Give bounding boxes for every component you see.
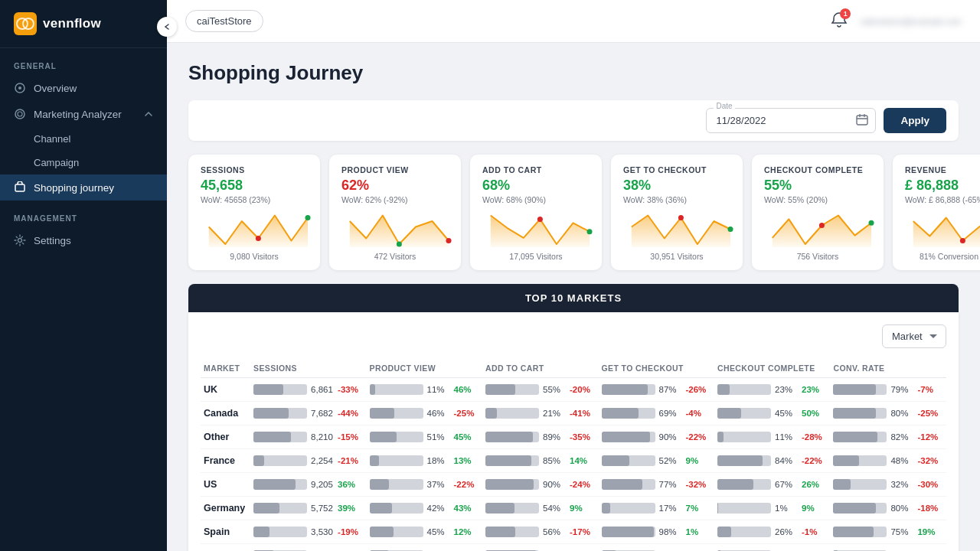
sidebar-logo: vennflow (0, 0, 167, 48)
metric-visitors-revenue: 81% Conversion Rate (905, 252, 980, 261)
table-cell: 11% 46% (367, 378, 482, 402)
table-header-checkout-complete: CHECKOUT COMPLETE (714, 359, 830, 378)
table-cell: 75% 19% (830, 520, 946, 544)
sidebar-item-shopping-journey[interactable]: Shopping journey (0, 174, 167, 201)
table-cell: 77% -32% (599, 473, 714, 497)
notification-button[interactable]: 1 (831, 11, 848, 31)
table-cell: 87% -26% (599, 378, 714, 402)
table-header-get-to-checkout: GET TO CHECKOUT (599, 359, 714, 378)
metric-chart-get-to-checkout (623, 209, 730, 247)
general-section-label: GENERAL (0, 48, 167, 75)
date-label: Date (714, 102, 734, 110)
metric-title-revenue: REVENUE (905, 165, 980, 174)
table-cell: 48% -32% (830, 449, 946, 473)
svg-point-11 (305, 215, 311, 220)
table-cell: 9,205 36% (250, 473, 366, 497)
table-cell: 37% -22% (367, 473, 482, 497)
svg-point-16 (678, 215, 684, 220)
table-cell: 56% -17% (482, 520, 598, 544)
metric-wow-sessions: WoW: 45658 (23%) (201, 195, 308, 204)
market-name-cell: US (201, 473, 250, 497)
markets-table: MARKETSESSIONSPRODUCT VIEWADD TO CARTGET… (201, 359, 946, 551)
settings-icon (14, 234, 26, 246)
svg-rect-7 (15, 184, 24, 191)
table-cell: 45% 50% (714, 402, 830, 425)
main-content: caiTestStore 1 caiteststore@example.com … (167, 0, 980, 551)
market-name-cell: Germany (201, 497, 250, 520)
table-cell: 80% -18% (830, 497, 946, 520)
metric-chart-add-to-cart (482, 209, 590, 247)
sidebar-item-channel[interactable]: Channel (0, 127, 167, 151)
metric-wow-product-view: WoW: 62% (-92%) (341, 195, 449, 204)
table-cell: 84% -22% (714, 449, 830, 473)
market-name-cell: UK (201, 378, 250, 402)
app-name: vennflow (43, 16, 101, 31)
table-cell: 98% 1% (599, 520, 714, 544)
svg-rect-9 (857, 116, 867, 125)
markets-body: Market MARKETSESSIONSPRODUCT VIEWADD TO … (188, 312, 959, 551)
overview-label: Overview (34, 83, 77, 94)
table-row: Spain 3,530 -19% 45% 12% (201, 520, 946, 544)
top-markets-section: TOP 10 MARKETS Market MARKETSESSIONSPROD… (188, 284, 959, 551)
metric-visitors-product-view: 472 Visitors (341, 252, 449, 261)
svg-point-8 (18, 239, 22, 243)
metric-title-checkout-complete: CHECKOUT COMPLETE (764, 165, 871, 174)
table-cell: 90% -24% (482, 473, 598, 497)
svg-point-17 (728, 227, 733, 232)
table-cell: 90% -22% (599, 425, 714, 449)
table-cell: 52% 9% (599, 449, 714, 473)
table-header-conv.-rate: CONV. RATE (830, 359, 946, 378)
topbar-right: 1 caiteststore@example.com (831, 11, 962, 31)
market-name-cell: Other (201, 425, 250, 449)
table-row: UK 6,861 -33% 11% 46% (201, 378, 946, 402)
table-cell: 7,682 -44% (250, 402, 366, 425)
table-cell: 42% 43% (367, 497, 482, 520)
table-cell: 8,210 -15% (250, 425, 366, 449)
apply-button[interactable]: Apply (884, 108, 946, 133)
table-cell: 10% -16% (830, 544, 946, 552)
date-input[interactable] (706, 108, 876, 133)
table-cell: 96% -49% (482, 544, 598, 552)
table-header-market: MARKET (201, 359, 250, 378)
metric-value-sessions: 45,658 (201, 178, 308, 194)
metric-chart-product-view (341, 209, 449, 247)
svg-point-10 (256, 236, 261, 241)
market-name-cell: Canada (201, 402, 250, 425)
table-cell: 7% 5% (714, 544, 830, 552)
management-section-label: MANAGEMENT (0, 201, 167, 227)
settings-label: Settings (34, 235, 71, 246)
table-cell: 85% 14% (482, 449, 598, 473)
market-select[interactable]: Market (882, 324, 946, 348)
sidebar-item-campaign[interactable]: Campaign (0, 151, 167, 174)
metric-visitors-add-to-cart: 17,095 Visitors (482, 252, 590, 261)
store-badge[interactable]: caiTestStore (185, 10, 263, 32)
table-cell: 2,254 -21% (250, 449, 366, 473)
sidebar-item-settings[interactable]: Settings (0, 227, 167, 253)
calendar-icon[interactable] (856, 113, 868, 129)
svg-point-6 (18, 112, 22, 116)
metric-value-revenue: £ 86,888 (905, 178, 980, 194)
svg-point-20 (960, 238, 965, 243)
user-email: caiteststore@example.com (860, 17, 962, 26)
table-row: Other 8,210 -15% 51% 45% (201, 425, 946, 449)
table-row: France 2,254 -21% 18% 13% (201, 449, 946, 473)
table-cell: 45% 12% (367, 520, 482, 544)
market-name-cell: Spain (201, 520, 250, 544)
filter-bar: Date Apply (188, 100, 959, 141)
table-header-add-to-cart: ADD TO CART (482, 359, 598, 378)
sidebar-item-marketing-analyzer[interactable]: Marketing Analyzer (0, 101, 167, 127)
page-content: Shopping Journey Date Apply SESSIONS 45,… (167, 43, 980, 551)
page-title: Shopping Journey (188, 61, 959, 85)
markets-table-wrap: MARKETSESSIONSPRODUCT VIEWADD TO CARTGET… (201, 359, 946, 551)
sidebar-item-overview[interactable]: Overview (0, 75, 167, 101)
date-filter-wrap: Date (706, 108, 876, 133)
svg-point-4 (18, 86, 21, 90)
svg-point-19 (869, 220, 874, 226)
metric-visitors-checkout-complete: 756 Visitors (764, 252, 871, 261)
svg-point-14 (537, 217, 543, 222)
sidebar-collapse-button[interactable] (157, 17, 177, 37)
market-name-cell: Australia (201, 544, 250, 552)
table-cell: 32% -30% (830, 473, 946, 497)
chevron-up-icon (144, 109, 153, 119)
table-row: Canada 7,682 -44% 46% -25% (201, 402, 946, 425)
